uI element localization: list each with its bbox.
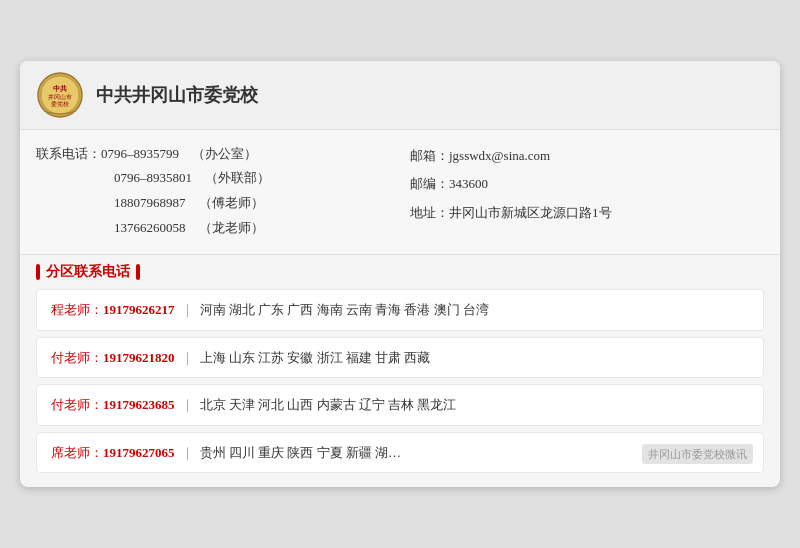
svg-text:委党校: 委党校	[51, 100, 69, 107]
divider-4: ｜	[181, 445, 194, 460]
contact-right: 邮箱：jgsswdx@sina.com 邮编：343600 地址：井冈山市新城区…	[410, 142, 764, 241]
teacher-name-1: 程老师：	[51, 302, 103, 317]
teacher-name-2: 付老师：	[51, 350, 103, 365]
district-item-3: 付老师：19179623685｜北京 天津 河北 山西 内蒙古 辽宁 吉林 黑龙…	[36, 384, 764, 426]
regions-4: 贵州 四川 重庆 陕西 宁夏 新疆 湖…	[200, 445, 402, 460]
main-card: 中共 井冈山市 委党校 中共井冈山市委党校 联系电话：0796–8935799 …	[20, 61, 780, 488]
zip-value: 343600	[449, 176, 488, 191]
contact-row-phone-label: 联系电话：0796–8935799 （办公室）	[36, 142, 390, 167]
regions-3: 北京 天津 河北 山西 内蒙古 辽宁 吉林 黑龙江	[200, 397, 457, 412]
phone-label: 联系电话：	[36, 146, 101, 161]
header-bar-left	[36, 264, 40, 280]
contact-row-phone2: 0796–8935801 （外联部）	[36, 166, 390, 191]
address-label: 地址：	[410, 205, 449, 220]
phone1-number: 0796–8935799	[101, 146, 179, 161]
contact-row-phone3: 18807968987 （傅老师）	[36, 191, 390, 216]
svg-text:中共: 中共	[53, 84, 68, 93]
phone2-number: 0796–8935801	[114, 170, 192, 185]
header: 中共 井冈山市 委党校 中共井冈山市委党校	[20, 61, 780, 130]
phone4-note: （龙老师）	[199, 220, 264, 235]
org-name: 中共井冈山市委党校	[96, 83, 258, 107]
contact-row-email: 邮箱：jgsswdx@sina.com	[410, 144, 764, 169]
district-item-4: 席老师：19179627065｜贵州 四川 重庆 陕西 宁夏 新疆 湖… 井冈山…	[36, 432, 764, 474]
email-label: 邮箱：	[410, 148, 449, 163]
regions-2: 上海 山东 江苏 安徽 浙江 福建 甘肃 西藏	[200, 350, 431, 365]
teacher-phone-4: 19179627065	[103, 445, 175, 460]
zip-label: 邮编：	[410, 176, 449, 191]
logo-icon: 中共 井冈山市 委党校	[36, 71, 84, 119]
phone2-note: （外联部）	[205, 170, 270, 185]
phone4-number: 13766260058	[114, 220, 186, 235]
divider-1: ｜	[181, 302, 194, 317]
email-value: jgsswdx@sina.com	[449, 148, 550, 163]
svg-text:井冈山市: 井冈山市	[48, 93, 72, 100]
district-list: 程老师：19179626217｜河南 湖北 广东 广西 海南 云南 青海 香港 …	[20, 289, 780, 487]
section-title: 分区联系电话	[46, 263, 130, 281]
section-header: 分区联系电话	[20, 255, 780, 289]
address-value: 井冈山市新城区龙源口路1号	[449, 205, 612, 220]
phone1-note: （办公室）	[192, 146, 257, 161]
district-item-1: 程老师：19179626217｜河南 湖北 广东 广西 海南 云南 青海 香港 …	[36, 289, 764, 331]
watermark: 井冈山市委党校微讯	[642, 444, 753, 465]
phone3-number: 18807968987	[114, 195, 186, 210]
teacher-phone-1: 19179626217	[103, 302, 175, 317]
teacher-name-3: 付老师：	[51, 397, 103, 412]
contact-row-phone4: 13766260058 （龙老师）	[36, 216, 390, 241]
contact-row-address: 地址：井冈山市新城区龙源口路1号	[410, 201, 764, 226]
contact-section: 联系电话：0796–8935799 （办公室） 0796–8935801 （外联…	[20, 130, 780, 256]
district-item-2: 付老师：19179621820｜上海 山东 江苏 安徽 浙江 福建 甘肃 西藏	[36, 337, 764, 379]
divider-3: ｜	[181, 397, 194, 412]
divider-2: ｜	[181, 350, 194, 365]
regions-1: 河南 湖北 广东 广西 海南 云南 青海 香港 澳门 台湾	[200, 302, 489, 317]
contact-left: 联系电话：0796–8935799 （办公室） 0796–8935801 （外联…	[36, 142, 390, 241]
phone3-note: （傅老师）	[199, 195, 264, 210]
teacher-phone-2: 19179621820	[103, 350, 175, 365]
teacher-name-4: 席老师：	[51, 445, 103, 460]
teacher-phone-3: 19179623685	[103, 397, 175, 412]
header-bar-right	[136, 264, 140, 280]
contact-row-zip: 邮编：343600	[410, 172, 764, 197]
